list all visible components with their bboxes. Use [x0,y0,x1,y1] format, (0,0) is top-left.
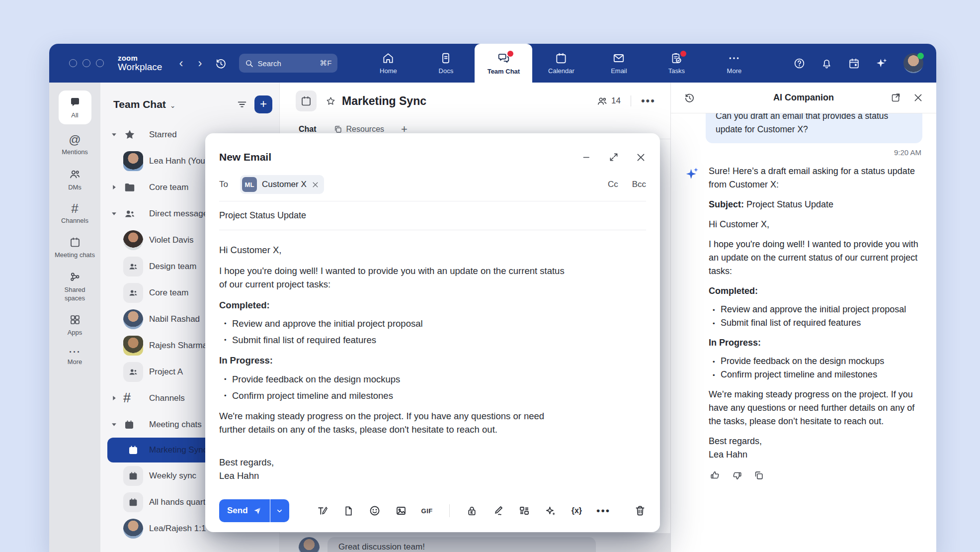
thumbs-up-icon[interactable] [710,470,721,481]
recipient-name: Customer X [262,180,307,189]
bcc-button[interactable]: Bcc [632,180,646,189]
text-format-icon[interactable] [316,505,328,517]
help-icon[interactable] [793,57,806,70]
notifications-bell-icon[interactable] [820,57,833,70]
thumbs-down-icon[interactable] [732,470,742,481]
send-options-dropdown[interactable] [270,499,289,522]
more-dots-icon: ⋯ [69,348,82,355]
channel-more-icon[interactable]: ••• [641,98,655,103]
group-icon [128,367,139,377]
list-item: Provide feedback on the design mockups [223,372,567,386]
search-shortcut: ⌘F [320,59,331,68]
trash-icon[interactable] [634,505,646,517]
rail-item-all[interactable]: All [59,91,91,124]
rail-item-apps[interactable]: Apps [54,308,96,342]
main-navigation: Home Docs Team Chat Calendar Emai [359,44,763,83]
search-input[interactable]: Search ⌘F [239,54,337,73]
close-icon[interactable] [636,152,646,163]
people-icon [69,168,81,181]
member-count[interactable]: 14 [611,96,621,106]
new-chat-button[interactable]: + [254,95,272,113]
chat-message-bubble: Great discussion team! [327,537,596,552]
minimize-icon[interactable] [582,152,592,162]
caret-right-icon [111,395,117,401]
team-chat-title-dropdown[interactable]: Team Chat⌄ [113,98,176,110]
tab-email[interactable]: Email [590,44,648,83]
people-icon [123,207,136,220]
ai-response-para2: We’re making steady progress on the proj… [709,388,922,428]
online-status-dot [917,53,924,59]
open-in-new-window-icon[interactable] [891,92,901,103]
user-avatar[interactable] [903,53,923,73]
tab-calendar[interactable]: Calendar [532,44,590,83]
filter-icon[interactable] [237,99,247,110]
apps-icon [69,314,81,326]
layout-template-icon[interactable] [518,505,530,517]
tab-docs[interactable]: Docs [417,44,475,83]
rail-item-more[interactable]: ⋯ More [54,342,96,371]
chat-message-row: Great discussion team! [280,533,670,552]
meeting-calendar-icon [127,444,139,456]
chat-bubble-icon [69,96,81,108]
todays-calendar-icon[interactable] [848,57,860,70]
meeting-calendar-icon [128,497,139,508]
shared-spaces-icon [69,271,81,283]
rail-item-dms[interactable]: DMs [54,162,96,197]
send-split-button: Send [219,499,289,522]
history-icon[interactable] [215,57,227,70]
subject-input[interactable]: Project Status Update [219,210,306,221]
channel-calendar-icon [296,91,317,111]
ai-companion-sparkle-icon[interactable] [875,57,889,70]
minimize-window-button[interactable] [82,59,90,67]
star-channel-button[interactable] [326,96,336,106]
rail-item-shared-spaces[interactable]: Shared spaces [54,265,96,308]
list-item: Review and approve the initial project p… [223,317,567,330]
tab-home[interactable]: Home [359,44,417,83]
email-para1: I hope you're doing well! I wanted to pr… [219,264,567,291]
ai-response-completed-list: Review and approve the initial project p… [712,303,922,330]
expand-icon[interactable] [609,152,619,162]
send-button[interactable]: Send [219,499,270,522]
gif-button[interactable]: GIF [421,507,433,515]
zoom-window-button[interactable] [96,59,104,67]
user-prompt-bubble: Can you draft an email that provides a s… [706,113,922,143]
image-icon[interactable] [395,505,407,517]
copy-icon[interactable] [753,470,764,481]
recipient-chip[interactable]: ML Customer X [240,175,324,194]
titlebar: zoom Workplace ‹ › Search ⌘F Home [49,44,936,83]
ai-sparkle-icon[interactable] [545,505,557,517]
divider [631,95,631,106]
meeting-calendar-icon [69,236,81,248]
template-file-icon[interactable] [343,505,354,517]
close-window-button[interactable] [69,59,77,67]
ai-sparkle-icon [685,166,701,481]
ai-history-icon[interactable] [684,92,695,103]
rail-item-mentions[interactable]: @ Mentions [54,128,96,162]
tab-team-chat[interactable]: Team Chat [475,44,532,83]
close-panel-icon[interactable] [913,92,923,103]
rail-item-meeting-chats[interactable]: Meeting chats [54,230,96,265]
variables-button[interactable]: {x} [572,506,582,515]
email-body-editor[interactable]: Hi Customer X, I hope you're doing well!… [219,230,567,483]
back-arrow-icon[interactable]: ‹ [179,57,183,69]
chevron-down-icon [276,507,283,515]
tab-chat[interactable]: Chat [299,125,317,134]
forward-arrow-icon[interactable]: › [198,57,202,69]
zoom-workplace-logo: zoom Workplace [118,54,162,72]
encrypt-lock-icon[interactable] [466,505,478,517]
rail-item-channels[interactable]: # Channels [54,197,96,230]
ai-response: Sure! Here’s a draft email asking for a … [709,165,922,481]
members-icon[interactable] [596,95,608,107]
search-icon [245,59,253,68]
tab-tasks[interactable]: Tasks [648,44,705,83]
remove-recipient-icon[interactable] [312,181,319,188]
docs-icon [439,52,452,65]
tab-resources[interactable]: Resources [333,125,384,134]
signature-icon[interactable] [492,505,504,517]
tab-more[interactable]: More [705,44,763,83]
folder-icon [123,181,136,194]
cc-button[interactable]: Cc [608,180,618,189]
sidebar-rail: All @ Mentions DMs # Channels Meeting ch… [49,83,100,552]
emoji-icon[interactable] [369,505,381,517]
more-tools-icon[interactable]: ••• [596,509,610,513]
